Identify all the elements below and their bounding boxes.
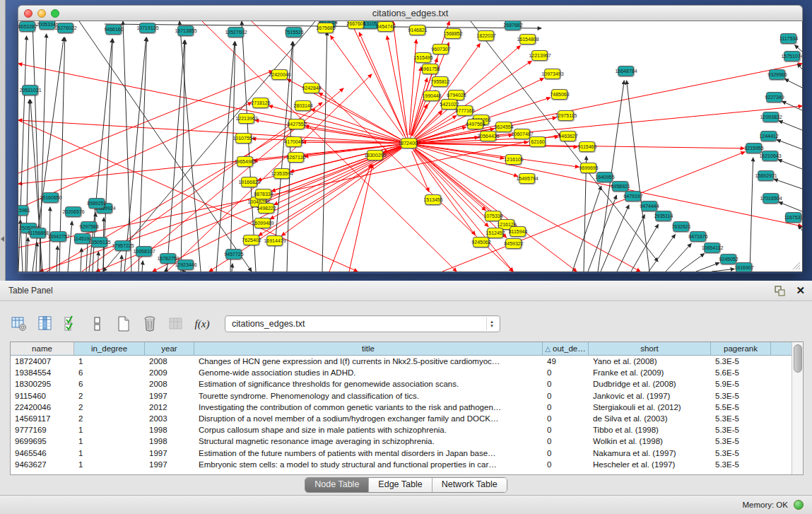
- cell-year[interactable]: 1997: [145, 390, 194, 402]
- cell-short[interactable]: Tibbo et al. (1998): [589, 424, 711, 436]
- column-header-year[interactable]: year: [145, 342, 194, 356]
- selected-node-7955812[interactable]: 7955812: [432, 76, 448, 87]
- selected-node-16154808[interactable]: 16154808: [519, 34, 536, 45]
- collapse-arrow-icon[interactable]: [1, 236, 4, 242]
- selected-node-4170046[interactable]: 4170046: [286, 136, 302, 147]
- selected-node-9115460[interactable]: 9115460: [579, 141, 595, 152]
- cell-year[interactable]: 1997: [145, 459, 194, 470]
- column-header-short[interactable]: short: [589, 342, 711, 356]
- cell-pagerank[interactable]: 5.9E-5: [711, 378, 771, 390]
- table-row[interactable]: 2242004622012Investigating the contribut…: [11, 402, 792, 413]
- cell-short[interactable]: Hescheler et al. (1997): [589, 459, 711, 470]
- column-header-title[interactable]: title: [194, 342, 543, 356]
- cell-short[interactable]: Yano et al. (2008): [589, 356, 711, 367]
- node-9474444[interactable]: 9474444: [641, 201, 657, 211]
- cell-name[interactable]: 9699695: [11, 436, 74, 447]
- selected-node-8459322[interactable]: 8459322: [505, 238, 522, 249]
- column-header-out-de-[interactable]: △out_de…: [543, 342, 589, 356]
- cell-out-de-[interactable]: 0: [543, 436, 589, 447]
- cell-year[interactable]: 2012: [145, 402, 194, 413]
- node-9466160[interactable]: 9466160: [105, 24, 122, 35]
- selected-node-6961758[interactable]: 6961758: [422, 64, 438, 74]
- network-window[interactable]: citations_edges.txt: [18, 5, 803, 274]
- cell-pagerank[interactable]: 5.6E-5: [711, 367, 771, 378]
- cell-short[interactable]: Stergiakouli et al. (2012): [589, 402, 711, 413]
- cell-short[interactable]: de Silva et al. (2003): [589, 413, 711, 424]
- show-columns-icon[interactable]: [36, 315, 54, 333]
- cell-out-de-[interactable]: 0: [543, 402, 589, 413]
- network-canvas[interactable]: 8653287200533461527602294661601071913516…: [18, 21, 803, 272]
- selected-node-12213967[interactable]: 12213967: [531, 50, 548, 61]
- selected-node-8427552[interactable]: 8427552: [288, 119, 305, 129]
- cell-pagerank[interactable]: 5.5E-5: [711, 402, 771, 413]
- cell-name[interactable]: 19384554: [11, 367, 74, 378]
- cell-out-de-[interactable]: 49: [543, 356, 589, 367]
- cell-pagerank[interactable]: 5.3E-5: [711, 390, 771, 402]
- node-8471676[interactable]: 8471676: [690, 231, 706, 242]
- cell-name[interactable]: 9777169: [11, 424, 74, 436]
- selected-node-16914479[interactable]: 16914479: [266, 235, 283, 246]
- selected-node-7485063[interactable]: 7485063: [551, 89, 567, 100]
- node-15276022[interactable]: 15276022: [57, 23, 73, 33]
- cell-title[interactable]: Changes of HCN gene expression and I(f) …: [194, 356, 543, 367]
- cell-year[interactable]: 2008: [145, 378, 194, 390]
- cell-out-de-[interactable]: 0: [543, 413, 589, 424]
- cell-year[interactable]: 2008: [145, 356, 194, 367]
- cell-name[interactable]: 9463627: [11, 459, 74, 470]
- cell-title[interactable]: Estimation of significance thresholds fo…: [194, 378, 543, 390]
- resize-grip-icon[interactable]: [791, 260, 801, 270]
- selected-node-2803144[interactable]: 2803144: [295, 100, 311, 111]
- column-header-in-degree[interactable]: in_degree: [74, 342, 145, 356]
- node-5958921[interactable]: 5958921: [612, 181, 628, 192]
- cell-title[interactable]: Estimation of the future numbers of pati…: [194, 448, 543, 459]
- node-13942757[interactable]: 13942757: [50, 231, 66, 242]
- selected-node-6497568[interactable]: 6497568: [467, 119, 483, 129]
- table-select-dropdown[interactable]: citations_edges.txt ▲▼: [225, 315, 500, 332]
- selected-node-9777169[interactable]: 9777169: [457, 105, 473, 116]
- selected-node-8878334[interactable]: 8878334: [255, 189, 271, 199]
- network-window-titlebar[interactable]: citations_edges.txt: [18, 5, 803, 21]
- node-1117534[interactable]: 1117534: [780, 33, 796, 44]
- selected-node-62160[interactable]: 62160: [529, 136, 546, 147]
- cell-short[interactable]: Franke et al. (2009): [589, 367, 711, 378]
- tab-network-table[interactable]: Network Table: [433, 478, 507, 492]
- table-row[interactable]: 946362711997Embryonic stem cells: a mode…: [11, 459, 792, 470]
- selected-node-1990448[interactable]: 1990448: [423, 90, 440, 101]
- node-10719135[interactable]: 10719135: [139, 23, 155, 33]
- cell-year[interactable]: 1997: [145, 448, 194, 459]
- node-7632621[interactable]: 7632621: [673, 221, 689, 232]
- node-12923446[interactable]: 12923446: [177, 259, 194, 270]
- cell-in-degree[interactable]: 2: [74, 413, 145, 424]
- cell-title[interactable]: Investigating the contribution of common…: [194, 402, 543, 413]
- cell-title[interactable]: Corpus callosum shape and size in male p…: [194, 424, 543, 436]
- cell-year[interactable]: 2003: [145, 413, 194, 424]
- node-20531021[interactable]: 20531021: [22, 85, 38, 95]
- cell-short[interactable]: Dudbridge et al. (2008): [589, 378, 711, 390]
- cell-name[interactable]: 9465546: [11, 448, 74, 459]
- selected-node-12975115[interactable]: 12975115: [558, 110, 574, 121]
- node-15751074[interactable]: 15751074: [784, 51, 800, 62]
- cell-name[interactable]: 18300295: [11, 378, 74, 390]
- table-row[interactable]: 946554611997Estimation of the future num…: [11, 448, 792, 459]
- selected-node-8454749[interactable]: 8454749: [377, 21, 394, 32]
- scrollbar-thumb[interactable]: [794, 344, 802, 373]
- node-9329966[interactable]: 9329966: [769, 69, 785, 80]
- node-9457725[interactable]: 9457725: [225, 249, 242, 259]
- cell-pagerank[interactable]: 5.3E-5: [711, 448, 771, 459]
- selected-node-3624554[interactable]: 3624554: [495, 122, 512, 132]
- table-row[interactable]: 1872400712008Changes of HCN gene express…: [11, 356, 792, 367]
- rows-icon[interactable]: [88, 315, 107, 333]
- cell-pagerank[interactable]: 5.3E-5: [711, 436, 771, 447]
- node-9245052[interactable]: 9245052: [720, 254, 736, 264]
- selected-node-8115944[interactable]: 8115944: [510, 226, 526, 237]
- node-8215955[interactable]: 8215955: [746, 143, 762, 153]
- node-16210643[interactable]: 16210643: [762, 151, 778, 161]
- node-10958107[interactable]: 10958107: [136, 246, 152, 257]
- selected-node-2718126[interactable]: 2718126: [252, 98, 269, 108]
- cell-pagerank[interactable]: 5.3E-5: [711, 424, 771, 436]
- node-8653287[interactable]: 8653287: [19, 21, 35, 32]
- delete-table-icon[interactable]: [141, 315, 159, 333]
- node-20053346[interactable]: 20053346: [39, 21, 55, 30]
- table-row[interactable]: 911546021997Tourette syndrome. Phenomeno…: [11, 390, 792, 402]
- select-columns-icon[interactable]: [62, 315, 81, 333]
